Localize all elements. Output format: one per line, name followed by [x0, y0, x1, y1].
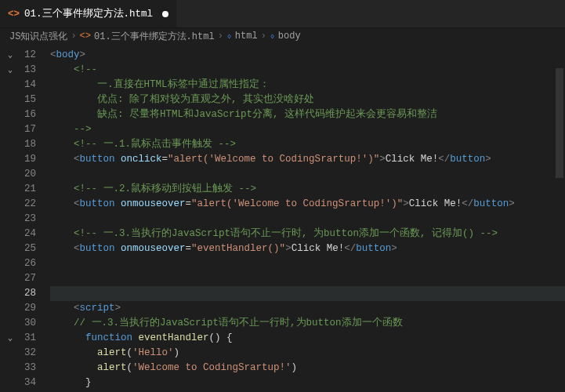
line-number: 24 — [0, 227, 39, 241]
tab-title: 01.三个事件绑定方法.html — [24, 7, 153, 20]
html-file-icon: <> — [8, 9, 20, 20]
line-number: 12⌄ — [0, 48, 39, 63]
code-editor[interactable]: 12⌄13⌄1415161718192021222324252627282930… — [0, 45, 565, 392]
breadcrumb-label: 01.三个事件绑定方法.html — [94, 30, 215, 43]
breadcrumb-icon: ⬨ — [270, 31, 275, 42]
code-line[interactable]: <!-- 一.1.鼠标点击事件触发 --> — [50, 137, 565, 152]
breadcrumb-label: body — [278, 31, 301, 42]
line-number-gutter: 12⌄13⌄1415161718192021222324252627282930… — [0, 45, 39, 392]
code-line[interactable] — [50, 167, 565, 182]
breadcrumb[interactable]: JS知识点强化›<>01.三个事件绑定方法.html›⬨html›⬨body — [0, 27, 565, 45]
code-line[interactable]: 一.直接在HTML标签中通过属性指定： — [50, 78, 565, 93]
line-number: 34 — [0, 376, 39, 390]
line-number: 21 — [0, 182, 39, 197]
code-line[interactable] — [50, 256, 565, 271]
line-number: 26 — [0, 256, 39, 271]
line-number: 27 — [0, 271, 39, 286]
breadcrumb-icon: ⬨ — [226, 31, 232, 42]
breadcrumb-label: html — [235, 31, 258, 42]
breadcrumb-item[interactable]: <>01.三个事件绑定方法.html — [80, 30, 215, 43]
line-number: 22 — [0, 197, 39, 212]
line-number: 25 — [0, 241, 39, 256]
editor-tab[interactable]: <> 01.三个事件绑定方法.html — [0, 0, 176, 27]
code-line[interactable]: <button onmouseover="alert('Welcome to C… — [50, 197, 565, 212]
code-line[interactable] — [50, 286, 565, 301]
breadcrumb-separator-icon: › — [218, 31, 223, 42]
line-number: 28 — [0, 286, 39, 301]
code-area[interactable]: <body> <!-- 一.直接在HTML标签中通过属性指定： 优点: 除了相对… — [39, 45, 565, 392]
line-number: 30 — [0, 316, 39, 331]
code-line[interactable]: <body> — [50, 48, 565, 63]
code-line[interactable]: 缺点: 尽量将HTML和JavaScript分离, 这样代码维护起来会更容易和整… — [50, 107, 565, 122]
code-line[interactable]: <!-- — [50, 63, 565, 78]
unsaved-indicator-icon — [162, 11, 168, 17]
code-line[interactable]: 优点: 除了相对较为直观之外, 其实也没啥好处 — [50, 93, 565, 107]
vertical-scrollbar[interactable] — [554, 45, 565, 392]
code-line[interactable]: <!-- 一.3.当执行的JavaScript语句不止一行时, 为button添… — [50, 227, 565, 241]
line-number: 32 — [0, 346, 39, 361]
fold-chevron-icon[interactable]: ⌄ — [8, 331, 13, 346]
breadcrumb-icon: <> — [80, 31, 91, 42]
code-line[interactable]: <button onclick="alert('Welcome to Codin… — [50, 152, 565, 167]
fold-chevron-icon[interactable]: ⌄ — [8, 63, 13, 78]
line-number: 20 — [0, 167, 39, 182]
code-line[interactable]: alert('Hello') — [50, 346, 565, 361]
code-line[interactable]: <script> — [50, 301, 565, 316]
line-number: 18 — [0, 137, 39, 152]
fold-chevron-icon[interactable]: ⌄ — [8, 48, 13, 63]
line-number: 19 — [0, 152, 39, 167]
code-line[interactable]: --> — [50, 122, 565, 137]
line-number: 14 — [0, 78, 39, 93]
scrollbar-thumb[interactable] — [556, 68, 563, 178]
line-number: 16 — [0, 107, 39, 122]
line-number: 31⌄ — [0, 331, 39, 346]
tab-bar: <> 01.三个事件绑定方法.html — [0, 0, 565, 27]
code-line[interactable] — [50, 212, 565, 227]
code-line[interactable]: function eventHandler() { — [50, 331, 565, 346]
line-number: 23 — [0, 212, 39, 227]
breadcrumb-separator-icon: › — [71, 31, 76, 42]
line-number: 17 — [0, 122, 39, 137]
breadcrumb-separator-icon: › — [261, 31, 266, 42]
breadcrumb-label: JS知识点强化 — [9, 30, 67, 43]
breadcrumb-item[interactable]: ⬨body — [270, 31, 301, 42]
line-number: 29 — [0, 301, 39, 316]
line-number: 15 — [0, 93, 39, 107]
breadcrumb-item[interactable]: ⬨html — [226, 31, 258, 42]
line-number: 33 — [0, 361, 39, 376]
code-line[interactable]: // 一.3.当执行的JavaScript语句不止一行时,为button添加一个… — [50, 316, 565, 331]
code-line[interactable]: } — [50, 376, 565, 390]
code-line[interactable]: alert('Welcome to CodingSrartup!') — [50, 361, 565, 376]
code-line[interactable] — [50, 271, 565, 286]
code-line[interactable]: <button onmouseover="eventHandler()">Cli… — [50, 241, 565, 256]
line-number: 13⌄ — [0, 63, 39, 78]
code-line[interactable]: <!-- 一.2.鼠标移动到按钮上触发 --> — [50, 182, 565, 197]
breadcrumb-item[interactable]: JS知识点强化 — [9, 30, 67, 43]
